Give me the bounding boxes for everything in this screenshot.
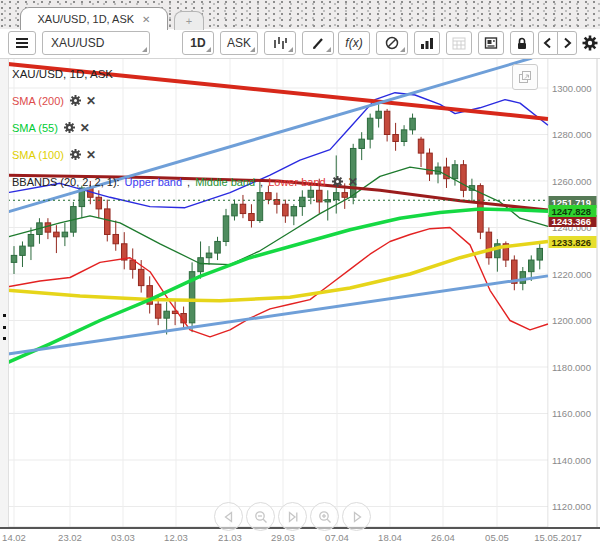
chart-tab[interactable]: XAU/USD, 1D, ASK ✕ bbox=[20, 7, 168, 30]
clear-drawings-button[interactable] bbox=[376, 31, 408, 55]
svg-text:21.03: 21.03 bbox=[218, 532, 242, 543]
price-side-select[interactable]: ASK bbox=[220, 31, 258, 55]
plus-icon: + bbox=[186, 15, 192, 27]
symbol-value: XAU/USD bbox=[51, 36, 104, 50]
magnifier-plus-icon bbox=[317, 509, 333, 525]
calendar-button[interactable] bbox=[446, 31, 472, 55]
news-button[interactable] bbox=[478, 31, 504, 55]
svg-text:05.05: 05.05 bbox=[485, 532, 509, 543]
bar-chart-icon bbox=[419, 35, 435, 51]
skip-to-end-icon bbox=[285, 509, 301, 525]
candle-body bbox=[138, 269, 144, 285]
gear-icon[interactable] bbox=[63, 121, 76, 134]
legend-bb-upper: Upper band bbox=[125, 176, 183, 188]
indicator-line[interactable] bbox=[8, 209, 548, 363]
news-icon bbox=[483, 35, 499, 51]
gear-icon[interactable] bbox=[69, 148, 82, 161]
hamburger-icon bbox=[14, 35, 30, 51]
candle-body bbox=[198, 258, 204, 272]
triangle-right-icon bbox=[349, 509, 365, 525]
svg-text:1243.366: 1243.366 bbox=[552, 216, 592, 227]
remove-indicator-icon[interactable]: ✕ bbox=[80, 121, 90, 135]
svg-text:15.05.2017: 15.05.2017 bbox=[534, 532, 582, 543]
candle-body bbox=[283, 204, 289, 216]
tab-close-icon[interactable]: ✕ bbox=[142, 14, 150, 25]
go-to-latest-button[interactable] bbox=[278, 502, 307, 531]
svg-text:18.04: 18.04 bbox=[378, 532, 402, 543]
svg-text:26.04: 26.04 bbox=[431, 532, 455, 543]
gear-icon[interactable] bbox=[69, 94, 82, 107]
svg-text:1247.828: 1247.828 bbox=[552, 206, 592, 217]
candle-body bbox=[537, 248, 543, 260]
separator: , bbox=[260, 176, 263, 188]
svg-text:07.04: 07.04 bbox=[325, 532, 349, 543]
candle-body bbox=[113, 234, 119, 243]
gear-icon[interactable] bbox=[331, 175, 344, 188]
svg-text:1280.000: 1280.000 bbox=[552, 129, 592, 140]
candle-body bbox=[376, 111, 382, 118]
candle-body bbox=[367, 118, 373, 139]
candle-body bbox=[300, 197, 306, 206]
zoom-out-button[interactable] bbox=[246, 502, 275, 531]
candle-body bbox=[62, 232, 68, 237]
lock-button[interactable] bbox=[510, 31, 534, 55]
candle-body bbox=[11, 255, 17, 262]
candle-body bbox=[164, 311, 170, 318]
toolbar: XAU/USD 1D ASK f(x) bbox=[0, 29, 600, 59]
time-axis[interactable]: 14.0223.0203.0312.0321.0329.0307.0418.04… bbox=[2, 532, 582, 543]
candle-body bbox=[520, 272, 526, 284]
remove-indicator-icon[interactable]: ✕ bbox=[86, 148, 96, 162]
gear-icon bbox=[581, 34, 599, 52]
period-select[interactable]: 1D bbox=[182, 31, 214, 55]
panel-drag-handle[interactable] bbox=[1, 312, 7, 342]
candle-body bbox=[20, 246, 26, 255]
candle-body bbox=[249, 214, 255, 221]
candle-body bbox=[232, 204, 238, 216]
candle-body bbox=[215, 241, 221, 253]
svg-text:1300.000: 1300.000 bbox=[552, 83, 592, 94]
remove-indicator-icon[interactable]: ✕ bbox=[86, 94, 96, 108]
price-side-value: ASK bbox=[227, 36, 251, 50]
volume-button[interactable] bbox=[414, 31, 440, 55]
period-value: 1D bbox=[190, 36, 205, 50]
zoom-in-button[interactable] bbox=[310, 502, 339, 531]
formula-button[interactable]: f(x) bbox=[338, 31, 370, 55]
scroll-right-button[interactable] bbox=[342, 502, 371, 531]
indicators-button[interactable] bbox=[264, 31, 296, 55]
legend-bb-lower: Lower band bbox=[268, 176, 326, 188]
svg-text:1233.826: 1233.826 bbox=[552, 237, 592, 248]
circle-slash-icon bbox=[384, 35, 400, 51]
svg-text:1220.000: 1220.000 bbox=[552, 269, 592, 280]
remove-indicator-icon[interactable]: ✕ bbox=[348, 175, 358, 189]
trendline[interactable] bbox=[8, 276, 548, 354]
new-tab-button[interactable]: + bbox=[174, 11, 204, 30]
svg-text:1140.000: 1140.000 bbox=[552, 455, 591, 466]
candle-body bbox=[486, 232, 492, 258]
chart-legend: XAU/USD, 1D, ASK SMA (200) ✕ SMA (55) ✕ … bbox=[12, 60, 358, 195]
indicator-candles-icon bbox=[272, 35, 288, 51]
svg-text:1200.000: 1200.000 bbox=[552, 315, 592, 326]
scroll-left-button[interactable] bbox=[214, 502, 243, 531]
legend-sma55: SMA (55) bbox=[12, 122, 58, 134]
scroll-back-button[interactable] bbox=[538, 31, 558, 55]
svg-text:1180.000: 1180.000 bbox=[552, 362, 591, 373]
settings-button[interactable] bbox=[580, 31, 600, 55]
scroll-forward-button[interactable] bbox=[557, 31, 577, 55]
svg-text:03.03: 03.03 bbox=[111, 532, 135, 543]
candle-body bbox=[206, 253, 212, 258]
symbol-select[interactable]: XAU/USD bbox=[42, 31, 150, 55]
candle-body bbox=[257, 193, 263, 221]
candle-body bbox=[529, 260, 535, 272]
draw-tool-button[interactable] bbox=[302, 31, 334, 55]
svg-text:29.03: 29.03 bbox=[271, 532, 295, 543]
pencil-icon bbox=[310, 35, 326, 51]
svg-text:23.02: 23.02 bbox=[58, 532, 82, 543]
svg-text:1260.000: 1260.000 bbox=[552, 176, 592, 187]
candle-body bbox=[54, 232, 60, 237]
lock-icon bbox=[514, 35, 530, 51]
detach-chart-button[interactable] bbox=[512, 64, 538, 90]
menu-button[interactable] bbox=[8, 31, 36, 55]
fx-label: f(x) bbox=[345, 36, 362, 50]
candle-body bbox=[223, 216, 229, 242]
side-panel-strip bbox=[0, 58, 9, 527]
